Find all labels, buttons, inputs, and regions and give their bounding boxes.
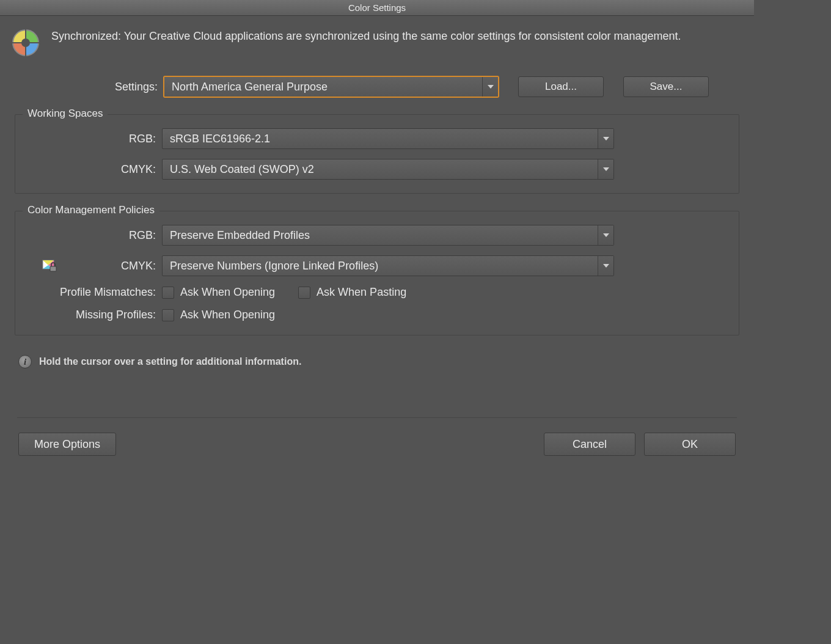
svg-rect-5 bbox=[50, 266, 56, 271]
working-spaces-legend: Working Spaces bbox=[23, 108, 108, 120]
pol-cmyk-dropdown[interactable]: Preserve Numbers (Ignore Linked Profiles… bbox=[162, 255, 614, 276]
chevron-down-icon bbox=[598, 129, 613, 148]
missing-profiles-label: Missing Profiles: bbox=[26, 309, 156, 321]
pol-rgb-label: RGB: bbox=[26, 229, 156, 242]
pol-rgb-dropdown[interactable]: Preserve Embedded Profiles bbox=[162, 225, 614, 246]
chevron-down-icon bbox=[598, 159, 613, 179]
window-title: Color Settings bbox=[348, 2, 406, 13]
sync-status-icon bbox=[11, 28, 40, 59]
mismatch-open-label: Ask When Opening bbox=[180, 286, 275, 299]
settings-dropdown[interactable]: North America General Purpose bbox=[164, 76, 499, 97]
color-policies-legend: Color Management Policies bbox=[23, 204, 159, 216]
settings-label: Settings: bbox=[23, 81, 158, 93]
chevron-down-icon bbox=[482, 77, 498, 97]
cancel-button[interactable]: Cancel bbox=[544, 433, 635, 456]
working-spaces-panel: Working Spaces RGB: sRGB IEC61966-2.1 CM… bbox=[15, 114, 739, 194]
sync-status-text: Synchronized: Your Creative Cloud applic… bbox=[51, 28, 743, 45]
ws-cmyk-value: U.S. Web Coated (SWOP) v2 bbox=[170, 163, 314, 176]
missing-open-checkbox[interactable] bbox=[162, 309, 174, 321]
pol-rgb-value: Preserve Embedded Profiles bbox=[170, 229, 310, 242]
locked-cmyk-icon bbox=[41, 259, 58, 273]
color-policies-panel: Color Management Policies RGB: Preserve … bbox=[15, 211, 739, 335]
divider bbox=[17, 417, 737, 418]
chevron-down-icon bbox=[598, 225, 613, 245]
ws-cmyk-label: CMYK: bbox=[26, 163, 156, 176]
hint-text: Hold the cursor over a setting for addit… bbox=[39, 356, 301, 367]
save-button[interactable]: Save... bbox=[623, 76, 709, 97]
profile-mismatches-label: Profile Mismatches: bbox=[26, 286, 156, 299]
ws-rgb-dropdown[interactable]: sRGB IEC61966-2.1 bbox=[162, 128, 614, 149]
mismatch-open-checkbox[interactable] bbox=[162, 287, 174, 299]
mismatch-paste-label: Ask When Pasting bbox=[317, 286, 406, 299]
missing-open-label: Ask When Opening bbox=[180, 309, 275, 321]
window-titlebar: Color Settings bbox=[0, 0, 754, 16]
ws-rgb-value: sRGB IEC61966-2.1 bbox=[170, 133, 270, 145]
ws-rgb-label: RGB: bbox=[26, 133, 156, 145]
pol-cmyk-value: Preserve Numbers (Ignore Linked Profiles… bbox=[170, 260, 378, 273]
info-icon: i bbox=[18, 355, 32, 368]
ok-button[interactable]: OK bbox=[644, 433, 736, 456]
ws-cmyk-dropdown[interactable]: U.S. Web Coated (SWOP) v2 bbox=[162, 159, 614, 180]
mismatch-paste-checkbox[interactable] bbox=[298, 287, 310, 299]
load-button[interactable]: Load... bbox=[518, 76, 604, 97]
settings-dropdown-value: North America General Purpose bbox=[172, 81, 328, 93]
more-options-button[interactable]: More Options bbox=[18, 433, 116, 456]
chevron-down-icon bbox=[598, 256, 613, 276]
